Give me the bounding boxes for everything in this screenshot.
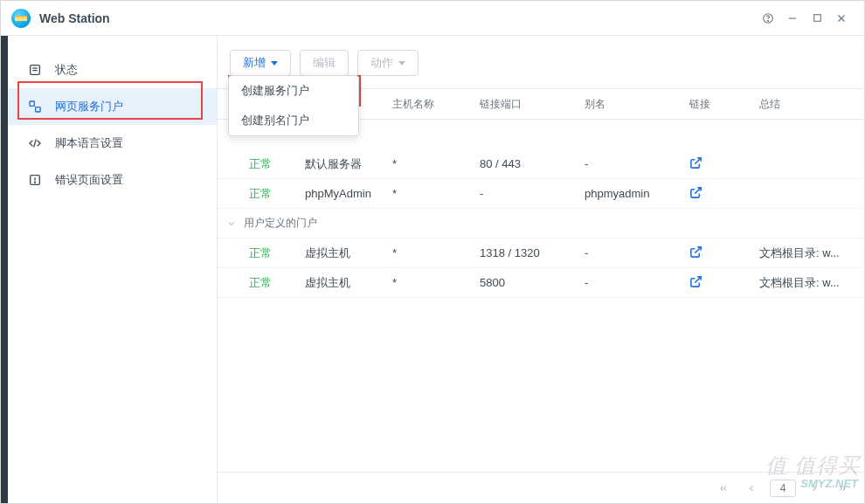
svg-rect-1 — [15, 16, 27, 17]
code-icon — [25, 136, 45, 150]
cell-hostname: * — [392, 187, 480, 200]
svg-rect-5 — [813, 15, 820, 22]
svg-rect-11 — [30, 101, 34, 106]
action-button[interactable]: 动作 — [357, 50, 419, 76]
cell-alias: - — [585, 157, 689, 170]
page-prev-button[interactable] — [742, 479, 761, 498]
alert-icon — [25, 173, 45, 187]
col-link[interactable]: 链接 — [689, 97, 759, 112]
app-icon — [11, 9, 31, 28]
col-summary[interactable]: 总结 — [759, 97, 864, 112]
cell-hostname: * — [392, 246, 480, 259]
open-link-icon[interactable] — [689, 245, 759, 261]
data-grid: 状态 服务 主机名称 链接端口 别名 链接 总结 正常 默认服务器 * 80 /… — [218, 88, 864, 503]
list-icon — [25, 63, 45, 77]
cell-service: 虚拟主机 — [305, 245, 392, 261]
page-next-button[interactable] — [805, 479, 824, 498]
edit-button[interactable]: 编辑 — [300, 50, 349, 76]
table-row[interactable]: 正常 phpMyAdmin * - phpmyadmin — [218, 179, 864, 209]
cell-alias: - — [585, 246, 689, 259]
cell-port: 80 / 443 — [480, 157, 585, 170]
body: 状态 网页服务门户 脚本语言设置 错误页面设置 新增 — [1, 36, 864, 503]
open-link-icon[interactable] — [689, 156, 759, 172]
edit-button-label: 编辑 — [313, 55, 336, 71]
cell-hostname: * — [392, 157, 480, 170]
add-dropdown: 创建服务门户 创建别名门户 — [228, 75, 359, 136]
sidebar: 状态 网页服务门户 脚本语言设置 错误页面设置 — [8, 36, 218, 503]
sidebar-item-error-page[interactable]: 错误页面设置 — [8, 162, 217, 198]
cell-port: 1318 / 1320 — [480, 246, 585, 259]
cell-summary: 文档根目录: w... — [759, 275, 864, 291]
table-row[interactable]: 正常 虚拟主机 * 5800 - 文档根目录: w... — [218, 268, 864, 298]
chevron-down-icon — [271, 61, 278, 66]
sidebar-item-script-language[interactable]: 脚本语言设置 — [8, 125, 217, 162]
dropdown-item-label: 创建别名门户 — [241, 113, 309, 128]
grid-footer: 4 — [218, 472, 864, 503]
dropdown-item-create-service[interactable]: 创建服务门户 — [229, 76, 358, 106]
sidebar-item-web-portal[interactable]: 网页服务门户 — [8, 88, 217, 125]
sidebar-item-label: 状态 — [55, 62, 78, 78]
group-label: 用户定义的门户 — [244, 216, 317, 231]
svg-rect-12 — [36, 107, 40, 112]
close-button[interactable] — [829, 6, 854, 31]
dropdown-item-label: 创建服务门户 — [241, 83, 309, 99]
svg-point-16 — [34, 182, 35, 183]
col-hostname[interactable]: 主机名称 — [392, 97, 480, 112]
add-button[interactable]: 新增 — [230, 50, 291, 76]
table-row[interactable]: 正常 默认服务器 * 80 / 443 - — [218, 149, 864, 179]
help-button[interactable] — [756, 6, 780, 31]
portal-icon — [25, 100, 45, 114]
cell-alias: phpmyadmin — [585, 187, 689, 200]
cell-status: 正常 — [218, 186, 305, 202]
cell-service: 默认服务器 — [305, 156, 392, 172]
cell-status: 正常 — [218, 275, 305, 291]
svg-line-13 — [34, 139, 37, 147]
page-first-button[interactable] — [714, 479, 733, 498]
dropdown-item-create-alias[interactable]: 创建别名门户 — [229, 106, 358, 135]
page-last-button[interactable] — [833, 479, 852, 498]
cell-service: phpMyAdmin — [305, 187, 392, 200]
col-port[interactable]: 链接端口 — [480, 97, 585, 112]
chevron-down-icon — [226, 218, 237, 229]
cell-alias: - — [585, 276, 689, 289]
cell-service: 虚拟主机 — [305, 275, 392, 291]
sidebar-item-status[interactable]: 状态 — [8, 52, 217, 88]
minimize-button[interactable] — [780, 6, 805, 31]
cell-summary: 文档根目录: w... — [759, 245, 864, 261]
add-button-label: 新增 — [243, 55, 266, 71]
titlebar: Web Station — [1, 1, 864, 36]
app-window: Web Station 状态 网页服务门户 脚本 — [0, 0, 865, 504]
grid-body: 正常 默认服务器 * 80 / 443 - 正常 phpMyAdmin * - … — [218, 120, 864, 472]
action-button-label: 动作 — [370, 55, 393, 71]
cell-status: 正常 — [218, 245, 305, 261]
table-row[interactable]: 正常 虚拟主机 * 1318 / 1320 - 文档根目录: w... — [218, 238, 864, 268]
cell-hostname: * — [392, 276, 480, 289]
app-title: Web Station — [39, 11, 110, 25]
cell-status: 正常 — [218, 156, 305, 172]
cell-port: - — [480, 187, 585, 200]
maximize-button[interactable] — [805, 6, 829, 31]
col-alias[interactable]: 别名 — [585, 97, 689, 112]
open-link-icon[interactable] — [689, 275, 759, 291]
sidebar-item-label: 错误页面设置 — [55, 172, 123, 188]
svg-point-3 — [768, 20, 769, 21]
group-row-user[interactable]: 用户定义的门户 — [218, 209, 864, 238]
cell-port: 5800 — [480, 276, 585, 289]
chevron-down-icon — [398, 61, 405, 66]
open-link-icon[interactable] — [689, 186, 759, 202]
sidebar-item-label: 网页服务门户 — [55, 99, 123, 114]
sidebar-pad — [1, 36, 8, 503]
sidebar-item-label: 脚本语言设置 — [55, 135, 123, 151]
page-total: 4 — [770, 480, 796, 497]
